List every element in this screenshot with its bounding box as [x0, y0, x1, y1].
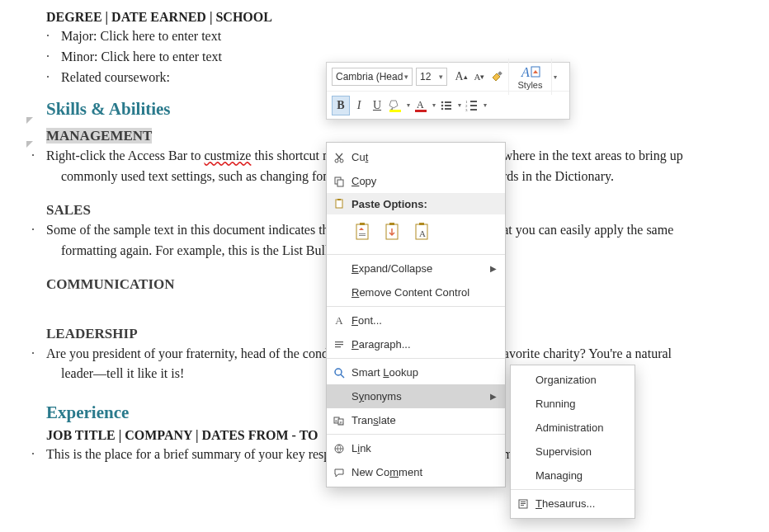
paste-text-only-button[interactable]: A [411, 220, 434, 247]
format-painter-button[interactable] [488, 67, 507, 87]
highlight-dropdown-arrow[interactable]: ▾ [404, 101, 412, 109]
numbering-dropdown-arrow[interactable]: ▾ [481, 101, 488, 109]
separator [327, 434, 505, 435]
paste-options-header: Paste Options: [327, 193, 505, 214]
svg-rect-35 [335, 346, 341, 347]
degree-heading[interactable]: DEGREE | DATE EARNED | SCHOOL [46, 10, 769, 25]
font-name-combo[interactable]: Cambria (Head ▾ [332, 68, 413, 86]
new-comment-menuitem[interactable]: New Comment [327, 460, 505, 484]
synonym-label: Running [535, 398, 575, 410]
selected-text: MANAGEMENT [46, 128, 152, 144]
svg-point-18 [335, 159, 338, 162]
numbering-button[interactable]: 123 [463, 96, 481, 115]
font-size-combo[interactable]: 12 ▾ [416, 68, 447, 86]
svg-rect-43 [521, 501, 526, 502]
synonym-label: Managing [535, 469, 583, 482]
bold-button[interactable]: B [332, 96, 350, 115]
separator [327, 358, 505, 359]
collapse-triangle-icon[interactable] [25, 115, 35, 125]
link-menuitem[interactable]: Link [327, 436, 505, 460]
menuitem-label: Font... [351, 314, 497, 327]
separator [511, 489, 635, 490]
comment-icon [327, 467, 351, 478]
svg-rect-25 [360, 223, 365, 225]
styles-dropdown-arrow[interactable]: ▾ [551, 59, 559, 95]
menuitem-label: Synonyms [351, 390, 490, 403]
synonym-option[interactable]: Organization [511, 368, 635, 392]
bullets-button[interactable] [437, 96, 455, 115]
synonym-label: Thesaurus... [535, 497, 595, 510]
svg-rect-9 [445, 105, 451, 106]
svg-point-36 [335, 369, 342, 375]
svg-rect-24 [356, 224, 368, 239]
copy-icon [327, 176, 351, 187]
menuitem-label: Link [351, 442, 497, 454]
styles-button[interactable]: A Styles [508, 59, 551, 95]
svg-rect-34 [335, 344, 343, 345]
thesaurus-menuitem[interactable]: Thesaurus... [511, 492, 635, 516]
font-color-dropdown-arrow[interactable]: ▾ [430, 101, 437, 109]
mini-formatting-toolbar: Cambria (Head ▾ 12 ▾ A▴ A▾ A Styles ▾ B … [326, 62, 570, 120]
paragraph-icon [327, 339, 351, 351]
menuitem-label: Cut [351, 151, 497, 163]
remove-content-control-menuitem[interactable]: Remove Content Control [327, 280, 505, 304]
svg-rect-33 [335, 341, 343, 342]
bullets-dropdown-arrow[interactable]: ▾ [455, 101, 463, 109]
svg-rect-21 [337, 180, 343, 186]
decrease-font-size-button[interactable]: A▾ [470, 67, 488, 87]
underline-button[interactable]: U [368, 96, 386, 115]
paste-options-row: A [327, 214, 505, 252]
misspelled-word[interactable]: custmize [205, 148, 252, 162]
svg-text:A: A [417, 99, 424, 111]
link-icon [327, 443, 351, 454]
menuitem-label: Paragraph... [351, 338, 497, 351]
menuitem-label: Remove Content Control [351, 286, 497, 299]
synonym-option[interactable]: Managing [511, 464, 635, 487]
synonym-label: Supervision [535, 445, 592, 458]
scissors-icon [327, 152, 351, 163]
menuitem-label: Expand/Collapse [351, 262, 490, 275]
svg-text:あ: あ [339, 420, 343, 425]
font-icon: A [327, 314, 351, 327]
svg-rect-44 [521, 503, 526, 504]
paragraph-menuitem[interactable]: Paragraph... [327, 332, 505, 356]
list-item[interactable]: ·Major: Click here to enter text [46, 26, 769, 47]
svg-rect-7 [445, 101, 451, 103]
italic-button[interactable]: I [350, 96, 368, 115]
menuitem-label: Paste Options: [351, 198, 497, 210]
smart-lookup-menuitem[interactable]: Smart Lookup [327, 360, 505, 384]
paste-keep-source-button[interactable] [351, 220, 375, 247]
menuitem-label: Translate [351, 414, 497, 426]
font-menuitem[interactable]: A Font... [327, 308, 505, 332]
cut-menuitem[interactable]: Cut [327, 145, 505, 169]
svg-rect-5 [415, 110, 427, 112]
synonym-option[interactable]: Administration [511, 416, 635, 440]
synonym-option[interactable]: Supervision [511, 440, 635, 464]
translate-menuitem[interactable]: aあ Translate [327, 408, 505, 432]
increase-font-size-button[interactable]: A▴ [452, 67, 470, 87]
clipboard-icon [327, 198, 351, 210]
copy-menuitem[interactable]: Copy [327, 169, 505, 193]
svg-rect-23 [337, 199, 341, 200]
font-size-value: 12 [420, 71, 431, 82]
synonym-label: Organization [535, 374, 597, 386]
svg-rect-29 [389, 223, 394, 225]
expand-collapse-menuitem[interactable]: Expand/Collapse ▶ [327, 257, 505, 280]
thesaurus-icon [511, 498, 535, 510]
menuitem-label: New Comment [351, 466, 497, 478]
svg-point-19 [340, 159, 343, 162]
synonym-option[interactable]: Running [511, 392, 635, 416]
text: Right-click the Access Bar to [46, 148, 205, 162]
svg-rect-11 [445, 108, 451, 110]
highlight-color-button[interactable] [386, 96, 404, 115]
chevron-down-icon: ▾ [439, 73, 443, 81]
synonyms-menuitem[interactable]: Synonyms ▶ [327, 384, 505, 408]
search-icon [327, 367, 351, 379]
paste-merge-button[interactable] [381, 220, 404, 247]
svg-text:A: A [419, 228, 426, 238]
font-color-button[interactable]: A [412, 96, 430, 115]
chevron-down-icon: ▾ [404, 73, 408, 81]
chevron-right-icon: ▶ [490, 264, 497, 273]
svg-point-10 [441, 107, 444, 110]
menuitem-label: Copy [351, 175, 497, 187]
